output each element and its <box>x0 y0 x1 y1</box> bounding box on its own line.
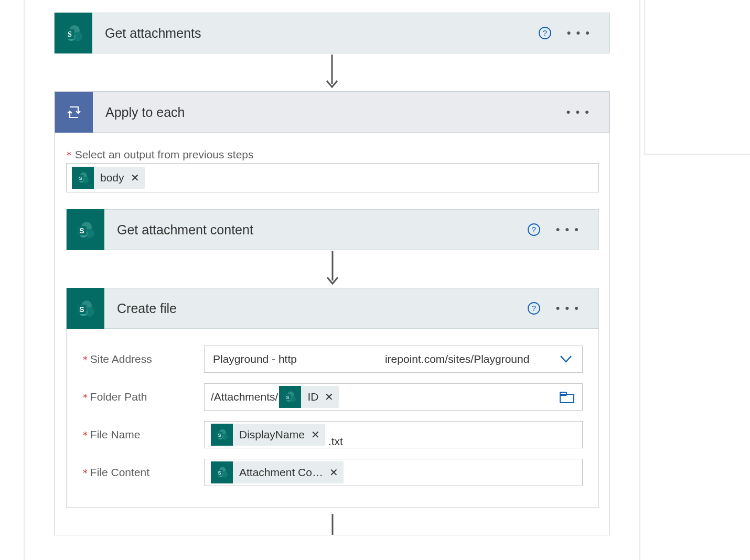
token-displayname[interactable]: S DisplayName ✕ <box>211 424 325 446</box>
loop-icon <box>55 92 93 133</box>
step-title: Apply to each <box>93 105 566 120</box>
token-body[interactable]: S body ✕ <box>72 167 145 189</box>
step-get-attachment-content[interactable]: S Get attachment content ? • • • <box>66 209 599 250</box>
apply-to-each-header[interactable]: Apply to each • • • <box>55 92 609 133</box>
file-name-label: *File Name <box>82 428 204 441</box>
folder-path-input[interactable]: /Attachments/ S ID ✕ <box>204 383 583 411</box>
file-name-input[interactable]: S DisplayName ✕ .txt <box>204 421 583 448</box>
connector-arrow <box>54 53 610 91</box>
site-address-value-right: irepoint.com/sites/Playground <box>385 353 529 365</box>
file-content-input[interactable]: S Attachment Co… ✕ <box>204 459 583 486</box>
flow-canvas: S Get attachments ? • • • Apply to each <box>24 0 640 560</box>
folder-path-label: *Folder Path <box>82 391 204 403</box>
token-label: DisplayName <box>239 428 305 441</box>
step-title: Create file <box>104 301 527 316</box>
create-file-header[interactable]: S Create file ? • • • <box>66 288 599 329</box>
help-icon[interactable]: ? <box>538 26 552 40</box>
sharepoint-icon: S <box>67 209 104 250</box>
more-menu-icon[interactable]: • • • <box>566 105 590 119</box>
svg-text:S: S <box>68 30 72 38</box>
right-panel <box>644 0 750 155</box>
token-attachment-content[interactable]: S Attachment Co… ✕ <box>211 461 344 483</box>
sharepoint-icon: S <box>67 288 104 329</box>
svg-text:?: ? <box>542 28 547 37</box>
more-menu-icon[interactable]: • • • <box>556 301 580 315</box>
remove-token-icon[interactable]: ✕ <box>324 391 335 403</box>
token-label: body <box>100 171 124 184</box>
folder-path-prefix: /Attachments/ <box>211 391 279 403</box>
step-create-file: S Create file ? • • • *Site Address <box>66 288 599 508</box>
token-label: Attachment Co… <box>239 466 323 479</box>
svg-text:S: S <box>218 433 221 438</box>
step-title: Get attachments <box>92 26 538 41</box>
svg-text:S: S <box>218 470 221 476</box>
folder-picker-icon[interactable] <box>559 391 575 406</box>
output-token-field[interactable]: S body ✕ <box>66 163 599 192</box>
svg-text:?: ? <box>531 304 535 313</box>
site-address-dropdown[interactable]: Playground - http irepoint.com/sites/Pla… <box>204 346 583 373</box>
sharepoint-icon: S <box>211 424 233 446</box>
site-address-value-left: Playground - http <box>213 353 297 365</box>
remove-token-icon[interactable]: ✕ <box>310 428 321 441</box>
more-menu-icon[interactable]: • • • <box>567 26 591 40</box>
sharepoint-icon: S <box>72 167 94 189</box>
svg-text:S: S <box>79 305 84 314</box>
remove-token-icon[interactable]: ✕ <box>130 171 141 184</box>
remove-token-icon[interactable]: ✕ <box>328 466 339 479</box>
help-icon[interactable]: ? <box>527 222 541 237</box>
connector-arrow <box>66 250 599 288</box>
token-id[interactable]: S ID ✕ <box>279 386 339 408</box>
step-title: Get attachment content <box>104 222 527 238</box>
help-icon[interactable]: ? <box>527 301 541 316</box>
sharepoint-icon: S <box>279 386 301 408</box>
sharepoint-icon: S <box>55 13 92 53</box>
sharepoint-icon: S <box>211 461 233 483</box>
more-menu-icon[interactable]: • • • <box>556 223 580 236</box>
svg-text:S: S <box>286 395 290 400</box>
file-content-label: *File Content <box>82 466 204 479</box>
svg-text:?: ? <box>531 225 535 234</box>
file-name-suffix: .txt <box>328 435 344 448</box>
token-label: ID <box>307 391 318 403</box>
site-address-label: *Site Address <box>82 353 204 365</box>
svg-text:S: S <box>79 227 84 235</box>
connector-arrow <box>66 508 599 535</box>
step-apply-to-each: Apply to each • • • * Select an output f… <box>54 91 610 535</box>
output-label: * Select an output from previous steps <box>66 148 599 161</box>
svg-text:S: S <box>79 176 82 181</box>
step-get-attachments[interactable]: S Get attachments ? • • • <box>54 13 610 53</box>
chevron-down-icon[interactable] <box>559 353 573 367</box>
